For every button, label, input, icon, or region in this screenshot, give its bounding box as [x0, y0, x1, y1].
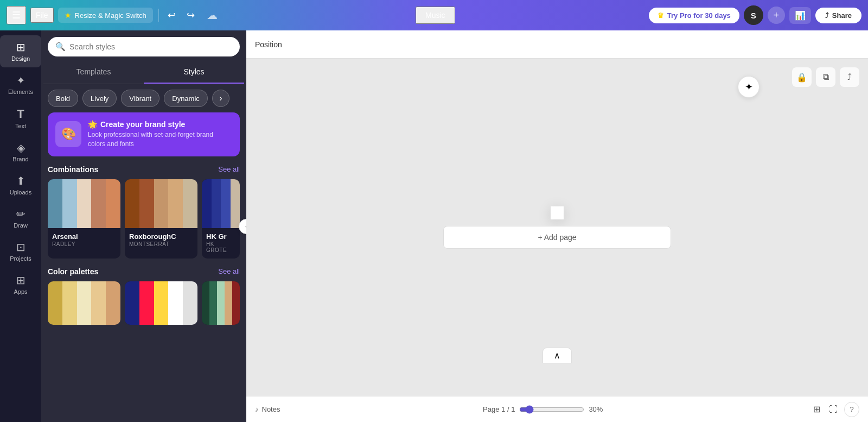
swatch	[232, 281, 240, 325]
zoom-label: 30%	[589, 405, 608, 413]
topbar-right: ♛ Try Pro for 30 days S + 📊 ⤴ Share	[649, 5, 861, 25]
swatch	[125, 281, 139, 325]
sidebar-item-design[interactable]: ⊞ Design	[0, 35, 41, 67]
uploads-icon: ⬆	[16, 174, 25, 187]
swatch	[62, 281, 77, 325]
canvas-main: 🔒 ⧉ ⤴ ✦	[246, 59, 868, 396]
cloud-save-icon: ☁	[202, 7, 222, 24]
share-frame-button[interactable]: ⤴	[840, 67, 859, 87]
sidebar-item-brand[interactable]: ◈ Brand	[0, 136, 41, 168]
brand-icon: ◈	[17, 141, 25, 154]
design-icon: ⊞	[16, 41, 25, 54]
add-collaborator-button[interactable]: +	[768, 7, 785, 24]
color-palettes-title: Color palettes	[48, 267, 98, 276]
combinations-see-all-button[interactable]: See all	[218, 165, 240, 173]
help-button[interactable]: ?	[844, 402, 859, 417]
combo-swatches-1	[48, 179, 120, 228]
combo-font-primary: RoxboroughC	[129, 232, 193, 241]
notes-button[interactable]: ♪ Notes	[255, 405, 280, 413]
filter-bold[interactable]: Bold	[48, 90, 78, 107]
combinations-section-header: Combinations See all	[48, 165, 240, 174]
hamburger-icon: ☰	[12, 10, 21, 21]
canvas-document[interactable]: Losing control Henry him	[551, 206, 564, 219]
search-icon: 🔍	[55, 42, 66, 52]
swatch	[125, 179, 139, 228]
palette-card-2[interactable]	[125, 281, 197, 325]
hamburger-menu-button[interactable]: ☰	[7, 6, 26, 24]
lock-button[interactable]: 🔒	[792, 67, 812, 87]
left-panel: 🔍 Templates Styles Bold Lively Vibrant D…	[41, 30, 246, 422]
page-info: Page 1 / 1	[483, 405, 515, 413]
combo-swatches-2	[125, 179, 197, 228]
hide-notes-button[interactable]: ∧	[542, 348, 572, 363]
palette-card-1[interactable]	[48, 281, 120, 325]
sidebar-item-uploads[interactable]: ⬆ Uploads	[0, 169, 41, 201]
music-button[interactable]: Music	[416, 7, 455, 24]
brand-kit-icon: 🎨	[61, 127, 76, 141]
text-icon: T	[17, 107, 24, 121]
swatch	[221, 179, 231, 228]
user-avatar-button[interactable]: S	[744, 5, 763, 25]
filter-dynamic[interactable]: Dynamic	[164, 90, 208, 107]
chevron-up-icon: ∧	[554, 351, 560, 360]
tab-templates[interactable]: Templates	[43, 61, 144, 84]
ai-magic-button[interactable]: ✦	[738, 76, 760, 98]
combo-info-2: RoxboroughC MONTSERRAT	[125, 228, 197, 253]
sidebar-item-projects[interactable]: ⊡ Projects	[0, 235, 41, 267]
swatch	[202, 281, 209, 325]
sidebar-icons: ⊞ Design ✦ Elements T Text ◈ Brand ⬆ Upl…	[0, 30, 41, 422]
style-filters: Bold Lively Vibrant Dynamic ›	[41, 84, 246, 112]
canvas-wrapper: Losing control Henry him + Add page	[443, 59, 671, 396]
combinations-grid: Arsenal Radley RoxboroughC M	[48, 179, 240, 259]
redo-button[interactable]: ↪	[183, 7, 198, 23]
palette-card-3[interactable]	[202, 281, 240, 325]
search-styles-input[interactable]	[48, 37, 240, 56]
sidebar-item-text[interactable]: T Text	[0, 102, 41, 135]
try-pro-button[interactable]: ♛ Try Pro for 30 days	[649, 8, 739, 23]
star-icon: ★	[65, 11, 72, 20]
crown-icon: ♛	[658, 11, 664, 20]
create-brand-style-card[interactable]: 🎨 🌟 Create your brand style Look profess…	[48, 112, 240, 156]
swatch	[202, 179, 212, 228]
swatch	[209, 281, 217, 325]
grid-view-button[interactable]: ⊞	[811, 402, 822, 417]
tab-styles[interactable]: Styles	[144, 61, 244, 84]
panel-tabs: Templates Styles	[43, 61, 244, 84]
combo-info-3: HK Gr HK GROTE	[202, 228, 240, 259]
undo-button[interactable]: ↩	[164, 7, 179, 23]
add-page-button[interactable]: + Add page	[443, 226, 671, 249]
combination-card-roxborough[interactable]: RoxboroughC MONTSERRAT	[125, 179, 197, 259]
sidebar-item-elements[interactable]: ✦ Elements	[0, 68, 41, 100]
swatch	[183, 281, 197, 325]
file-menu-button[interactable]: File	[30, 8, 54, 23]
filter-lively[interactable]: Lively	[82, 90, 117, 107]
palette-swatches-1	[48, 281, 120, 325]
topbar-center: Music	[226, 7, 644, 24]
canvas-area: Position 🔒 ⧉ ⤴ ✦	[246, 30, 868, 422]
swatch	[168, 281, 183, 325]
filter-vibrant[interactable]: Vibrant	[121, 90, 159, 107]
brand-style-icon: 🎨	[55, 121, 81, 147]
duplicate-frame-button[interactable]: ⧉	[816, 67, 835, 87]
swatch	[77, 179, 92, 228]
position-label: Position	[255, 40, 282, 49]
brand-style-text: 🌟 Create your brand style Look professio…	[88, 120, 232, 149]
zoom-slider[interactable]	[519, 405, 584, 414]
sidebar-item-apps[interactable]: ⊞ Apps	[0, 268, 41, 300]
combination-card-arsenal[interactable]: Arsenal Radley	[48, 179, 120, 259]
swatch	[91, 179, 106, 228]
resize-magic-switch-button[interactable]: ★ Resize & Magic Switch	[58, 8, 153, 23]
main-area: ⊞ Design ✦ Elements T Text ◈ Brand ⬆ Upl…	[0, 30, 868, 422]
elements-icon: ✦	[16, 74, 25, 87]
palettes-see-all-button[interactable]: See all	[218, 267, 240, 275]
swatch	[154, 281, 169, 325]
brand-style-description: Look professional with set-and-forget br…	[88, 130, 232, 149]
fullscreen-button[interactable]: ⛶	[827, 402, 840, 417]
combination-card-hk[interactable]: HK Gr HK GROTE	[202, 179, 240, 259]
more-filters-button[interactable]: ›	[212, 90, 229, 107]
swatch	[168, 179, 183, 228]
sidebar-item-draw[interactable]: ✏ Draw	[0, 202, 41, 234]
share-button[interactable]: ⤴ Share	[815, 8, 861, 23]
stats-button[interactable]: 📊	[789, 7, 811, 24]
brand-style-title: 🌟 Create your brand style	[88, 120, 232, 129]
